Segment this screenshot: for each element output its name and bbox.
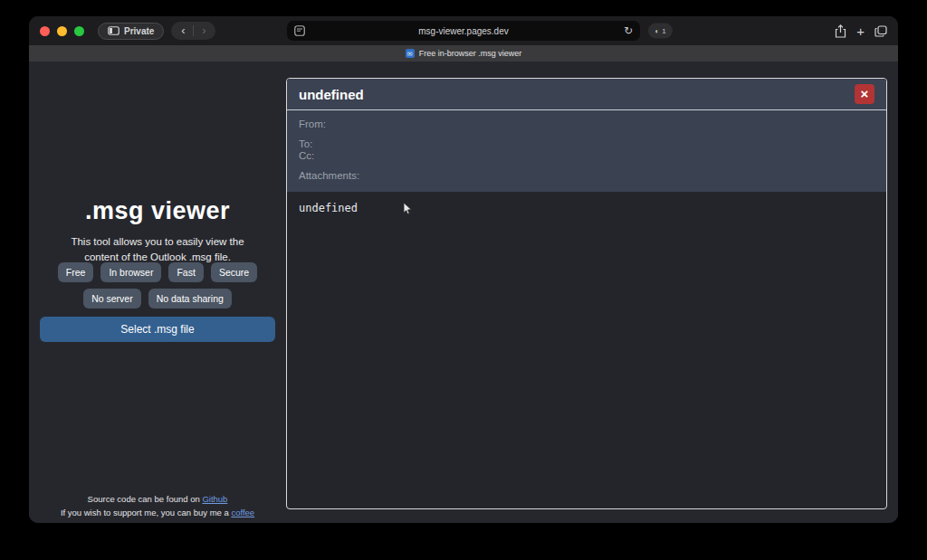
url-text: msg-viewer.pages.dev bbox=[287, 26, 640, 36]
footer-line-2: If you wish to support me, you can buy m… bbox=[29, 507, 286, 520]
browser-titlebar: Private ‹ › msg-viewer.pages.dev ↻ ◐ 1 bbox=[29, 16, 898, 45]
footer-text-1: Source code can be found on bbox=[88, 494, 200, 504]
minimize-window-button[interactable] bbox=[57, 26, 67, 36]
badge-free: Free bbox=[58, 262, 94, 282]
browser-window: Private ‹ › msg-viewer.pages.dev ↻ ◐ 1 bbox=[29, 16, 898, 523]
cc-field-label: Cc: bbox=[299, 150, 874, 162]
shield-icon: ◐ bbox=[655, 27, 659, 35]
message-body-text: undefined bbox=[299, 202, 358, 214]
modal-title: undefined bbox=[299, 87, 364, 102]
content-blocker-count: 1 bbox=[662, 27, 665, 35]
github-link[interactable]: Github bbox=[202, 494, 227, 504]
attachments-field-label: Attachments: bbox=[299, 170, 874, 182]
modal-header: undefined × bbox=[287, 79, 886, 110]
tab-favicon-envelope-icon: ✉ bbox=[406, 49, 415, 58]
from-field-label: From: bbox=[299, 119, 874, 130]
feature-badges: Free In browser Fast Secure No server No… bbox=[40, 262, 275, 308]
close-window-button[interactable] bbox=[40, 26, 50, 36]
badge-fast: Fast bbox=[168, 262, 203, 282]
select-msg-file-button[interactable]: Select .msg file bbox=[40, 317, 275, 342]
mouse-cursor bbox=[403, 202, 414, 216]
new-tab-icon[interactable]: + bbox=[856, 24, 865, 38]
reload-icon[interactable]: ↻ bbox=[624, 25, 633, 36]
zoom-window-button[interactable] bbox=[74, 26, 84, 36]
to-field-label: To: bbox=[299, 138, 874, 150]
page-settings-icon[interactable] bbox=[294, 25, 305, 36]
footer-line-1: Source code can be found on Github bbox=[29, 493, 286, 507]
app-description: This tool allows you to easily view the … bbox=[53, 234, 263, 264]
address-bar[interactable]: msg-viewer.pages.dev ↻ bbox=[287, 21, 640, 41]
content-blocker-badge[interactable]: ◐ 1 bbox=[648, 24, 673, 39]
toolbar-actions: + bbox=[835, 16, 887, 45]
footer-text-2: If you wish to support me, you can buy m… bbox=[61, 508, 229, 517]
nav-buttons: ‹ › bbox=[171, 22, 215, 40]
coffee-link[interactable]: coffee bbox=[231, 508, 254, 517]
forward-icon[interactable]: › bbox=[194, 23, 214, 39]
sidebar-icon bbox=[108, 26, 119, 35]
badge-in-browser: In browser bbox=[100, 262, 161, 282]
page-content: .msg viewer This tool allows you to easi… bbox=[29, 62, 898, 523]
private-browsing-badge[interactable]: Private bbox=[98, 23, 164, 40]
app-sidebar: .msg viewer This tool allows you to easi… bbox=[29, 62, 286, 523]
share-icon[interactable] bbox=[835, 24, 846, 38]
page-title: .msg viewer bbox=[29, 197, 286, 225]
message-modal: undefined × From: To: Cc: Attachments: u… bbox=[286, 78, 887, 509]
close-icon: × bbox=[861, 85, 869, 103]
badge-no-data-sharing: No data sharing bbox=[148, 289, 232, 308]
message-meta-fields: From: To: Cc: Attachments: bbox=[287, 110, 886, 192]
tab-overview-icon[interactable] bbox=[874, 25, 887, 37]
private-label: Private bbox=[124, 26, 154, 36]
back-icon[interactable]: ‹ bbox=[173, 23, 193, 39]
tab-title[interactable]: Free in-browser .msg viewer bbox=[419, 49, 522, 58]
window-controls bbox=[40, 26, 84, 36]
badge-no-server: No server bbox=[83, 289, 141, 308]
app-footer: Source code can be found on Github If yo… bbox=[29, 493, 286, 519]
tab-bar: ✉ Free in-browser .msg viewer bbox=[29, 45, 898, 62]
close-modal-button[interactable]: × bbox=[855, 84, 874, 104]
badge-secure: Secure bbox=[211, 262, 257, 282]
message-body: undefined bbox=[287, 192, 886, 223]
